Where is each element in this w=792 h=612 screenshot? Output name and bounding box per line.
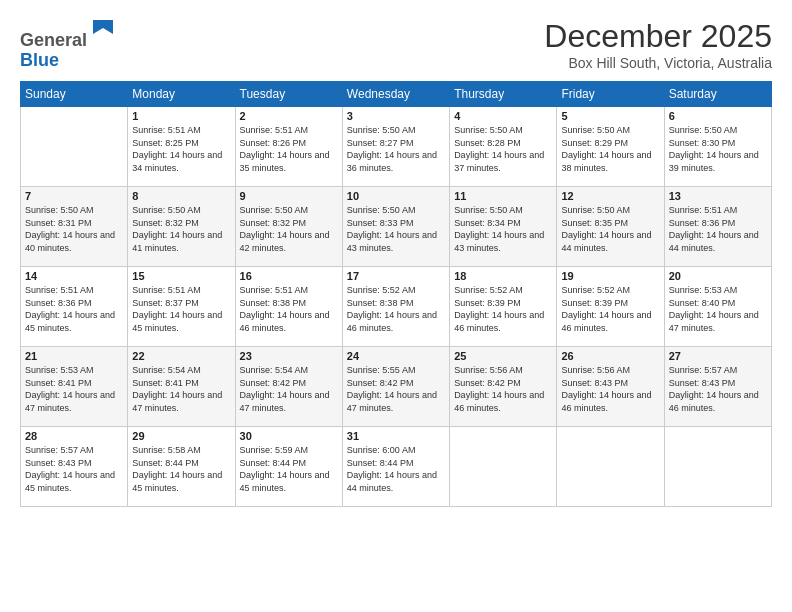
day-info: Sunrise: 5:50 AMSunset: 8:35 PMDaylight:… [561,204,659,254]
day-info: Sunrise: 5:50 AMSunset: 8:32 PMDaylight:… [240,204,338,254]
day-number: 30 [240,430,338,442]
calendar-cell: 5 Sunrise: 5:50 AMSunset: 8:29 PMDayligh… [557,107,664,187]
calendar-cell: 1 Sunrise: 5:51 AMSunset: 8:25 PMDayligh… [128,107,235,187]
header-tuesday: Tuesday [235,82,342,107]
title-section: December 2025 Box Hill South, Victoria, … [544,18,772,71]
day-number: 20 [669,270,767,282]
svg-marker-0 [93,20,113,34]
day-number: 15 [132,270,230,282]
calendar-cell: 2 Sunrise: 5:51 AMSunset: 8:26 PMDayligh… [235,107,342,187]
calendar-cell: 20 Sunrise: 5:53 AMSunset: 8:40 PMDaylig… [664,267,771,347]
day-info: Sunrise: 5:55 AMSunset: 8:42 PMDaylight:… [347,364,445,414]
calendar-cell [21,107,128,187]
day-number: 18 [454,270,552,282]
day-number: 7 [25,190,123,202]
day-info: Sunrise: 5:57 AMSunset: 8:43 PMDaylight:… [669,364,767,414]
day-info: Sunrise: 5:54 AMSunset: 8:41 PMDaylight:… [132,364,230,414]
day-info: Sunrise: 5:51 AMSunset: 8:26 PMDaylight:… [240,124,338,174]
logo-blue: Blue [20,50,59,70]
day-info: Sunrise: 5:50 AMSunset: 8:28 PMDaylight:… [454,124,552,174]
month-title: December 2025 [544,18,772,55]
day-number: 16 [240,270,338,282]
day-info: Sunrise: 5:51 AMSunset: 8:25 PMDaylight:… [132,124,230,174]
calendar-cell: 28 Sunrise: 5:57 AMSunset: 8:43 PMDaylig… [21,427,128,507]
calendar-cell: 18 Sunrise: 5:52 AMSunset: 8:39 PMDaylig… [450,267,557,347]
calendar-cell: 11 Sunrise: 5:50 AMSunset: 8:34 PMDaylig… [450,187,557,267]
day-number: 10 [347,190,445,202]
day-info: Sunrise: 5:52 AMSunset: 8:38 PMDaylight:… [347,284,445,334]
calendar-cell: 15 Sunrise: 5:51 AMSunset: 8:37 PMDaylig… [128,267,235,347]
week-row-2: 7 Sunrise: 5:50 AMSunset: 8:31 PMDayligh… [21,187,772,267]
calendar-cell: 17 Sunrise: 5:52 AMSunset: 8:38 PMDaylig… [342,267,449,347]
day-number: 11 [454,190,552,202]
calendar-cell: 23 Sunrise: 5:54 AMSunset: 8:42 PMDaylig… [235,347,342,427]
week-row-5: 28 Sunrise: 5:57 AMSunset: 8:43 PMDaylig… [21,427,772,507]
day-info: Sunrise: 5:50 AMSunset: 8:33 PMDaylight:… [347,204,445,254]
day-number: 19 [561,270,659,282]
day-number: 14 [25,270,123,282]
day-number: 8 [132,190,230,202]
location-subtitle: Box Hill South, Victoria, Australia [544,55,772,71]
day-number: 6 [669,110,767,122]
day-number: 2 [240,110,338,122]
calendar-cell: 10 Sunrise: 5:50 AMSunset: 8:33 PMDaylig… [342,187,449,267]
day-number: 29 [132,430,230,442]
calendar-cell [557,427,664,507]
day-info: Sunrise: 5:50 AMSunset: 8:29 PMDaylight:… [561,124,659,174]
day-number: 31 [347,430,445,442]
day-number: 27 [669,350,767,362]
day-info: Sunrise: 5:51 AMSunset: 8:36 PMDaylight:… [25,284,123,334]
calendar-cell: 30 Sunrise: 5:59 AMSunset: 8:44 PMDaylig… [235,427,342,507]
day-info: Sunrise: 5:50 AMSunset: 8:32 PMDaylight:… [132,204,230,254]
header-friday: Friday [557,82,664,107]
day-info: Sunrise: 5:56 AMSunset: 8:42 PMDaylight:… [454,364,552,414]
calendar-cell: 14 Sunrise: 5:51 AMSunset: 8:36 PMDaylig… [21,267,128,347]
calendar-cell: 8 Sunrise: 5:50 AMSunset: 8:32 PMDayligh… [128,187,235,267]
calendar-cell: 9 Sunrise: 5:50 AMSunset: 8:32 PMDayligh… [235,187,342,267]
calendar-cell: 12 Sunrise: 5:50 AMSunset: 8:35 PMDaylig… [557,187,664,267]
day-info: Sunrise: 5:51 AMSunset: 8:37 PMDaylight:… [132,284,230,334]
logo-flag-icon [89,18,117,46]
header-thursday: Thursday [450,82,557,107]
day-info: Sunrise: 5:57 AMSunset: 8:43 PMDaylight:… [25,444,123,494]
logo-general: General [20,30,87,50]
day-info: Sunrise: 5:51 AMSunset: 8:36 PMDaylight:… [669,204,767,254]
calendar-cell: 26 Sunrise: 5:56 AMSunset: 8:43 PMDaylig… [557,347,664,427]
day-info: Sunrise: 5:56 AMSunset: 8:43 PMDaylight:… [561,364,659,414]
calendar-cell: 29 Sunrise: 5:58 AMSunset: 8:44 PMDaylig… [128,427,235,507]
day-info: Sunrise: 5:53 AMSunset: 8:40 PMDaylight:… [669,284,767,334]
day-number: 1 [132,110,230,122]
day-info: Sunrise: 5:53 AMSunset: 8:41 PMDaylight:… [25,364,123,414]
week-row-3: 14 Sunrise: 5:51 AMSunset: 8:36 PMDaylig… [21,267,772,347]
day-number: 25 [454,350,552,362]
day-info: Sunrise: 6:00 AMSunset: 8:44 PMDaylight:… [347,444,445,494]
day-info: Sunrise: 5:51 AMSunset: 8:38 PMDaylight:… [240,284,338,334]
calendar-cell: 25 Sunrise: 5:56 AMSunset: 8:42 PMDaylig… [450,347,557,427]
header-wednesday: Wednesday [342,82,449,107]
day-number: 28 [25,430,123,442]
day-info: Sunrise: 5:50 AMSunset: 8:31 PMDaylight:… [25,204,123,254]
calendar-cell: 19 Sunrise: 5:52 AMSunset: 8:39 PMDaylig… [557,267,664,347]
day-number: 13 [669,190,767,202]
header-saturday: Saturday [664,82,771,107]
day-number: 21 [25,350,123,362]
day-number: 12 [561,190,659,202]
day-info: Sunrise: 5:52 AMSunset: 8:39 PMDaylight:… [454,284,552,334]
header: General Blue December 2025 Box Hill Sout… [20,18,772,71]
calendar-table: Sunday Monday Tuesday Wednesday Thursday… [20,81,772,507]
day-number: 24 [347,350,445,362]
day-number: 9 [240,190,338,202]
week-row-4: 21 Sunrise: 5:53 AMSunset: 8:41 PMDaylig… [21,347,772,427]
day-info: Sunrise: 5:50 AMSunset: 8:30 PMDaylight:… [669,124,767,174]
calendar-cell [664,427,771,507]
week-row-1: 1 Sunrise: 5:51 AMSunset: 8:25 PMDayligh… [21,107,772,187]
calendar-cell: 13 Sunrise: 5:51 AMSunset: 8:36 PMDaylig… [664,187,771,267]
day-info: Sunrise: 5:59 AMSunset: 8:44 PMDaylight:… [240,444,338,494]
day-number: 26 [561,350,659,362]
day-info: Sunrise: 5:54 AMSunset: 8:42 PMDaylight:… [240,364,338,414]
header-sunday: Sunday [21,82,128,107]
day-number: 5 [561,110,659,122]
day-number: 3 [347,110,445,122]
calendar-cell: 22 Sunrise: 5:54 AMSunset: 8:41 PMDaylig… [128,347,235,427]
calendar-cell: 31 Sunrise: 6:00 AMSunset: 8:44 PMDaylig… [342,427,449,507]
